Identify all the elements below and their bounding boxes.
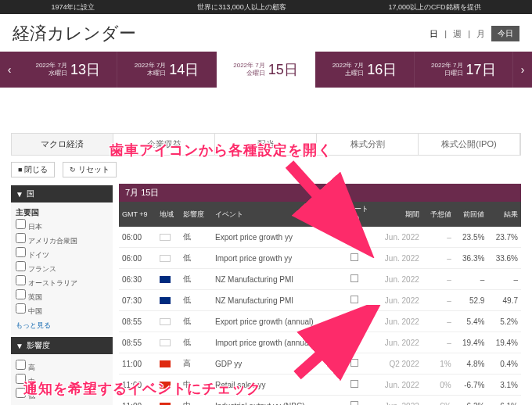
date-cell-0[interactable]: 2022年 7月水曜日13日 <box>19 52 117 88</box>
cell-period: Jun. 2022 <box>375 332 422 353</box>
alert-checkbox[interactable] <box>350 232 358 240</box>
cell-region <box>156 332 180 353</box>
cell-event: NZ Manufacturing PMI <box>212 269 334 290</box>
cell-prev: 19.4% <box>455 332 488 353</box>
country-item[interactable]: 英国 <box>16 289 108 303</box>
cell-alert[interactable] <box>334 353 375 375</box>
date-cell-3[interactable]: 2022年 7月土曜日16日 <box>315 52 414 88</box>
cell-res: – <box>487 269 521 290</box>
cell-alert[interactable] <box>334 290 375 311</box>
date-next[interactable]: › <box>513 52 532 88</box>
cell-alert[interactable] <box>334 269 375 290</box>
cell-prev: 52.9 <box>455 290 488 311</box>
table-row[interactable]: 11:00高GDP yyQ2 20221%4.8%0.4% <box>119 353 521 375</box>
country-item[interactable]: ドイツ <box>16 247 108 260</box>
th-period: 期間 <box>375 202 422 227</box>
annotation-1: 歯車アイコンから各種設定を開く <box>110 141 332 159</box>
th-fcst: 予想値 <box>422 202 455 227</box>
cell-period: Jun. 2022 <box>375 311 422 332</box>
alert-checkbox[interactable] <box>350 338 358 346</box>
flag-icon <box>160 234 171 241</box>
view-week[interactable]: 週 <box>453 28 462 40</box>
cell-res: 5.2% <box>487 311 521 332</box>
table-row[interactable]: 08:55低Import price growth (annual)Jun. 2… <box>119 332 521 353</box>
th-event: イベント <box>212 202 334 227</box>
reset-button[interactable]: ↻リセット <box>63 162 117 177</box>
cell-period: Jun. 2022 <box>375 269 422 290</box>
cell-alert[interactable] <box>334 227 375 248</box>
table-row[interactable]: 06:00低Export price growth yyJun. 2022–23… <box>119 227 521 248</box>
today-button[interactable]: 今日 <box>491 26 519 41</box>
alert-checkbox[interactable] <box>350 359 358 367</box>
cell-res: 19.4% <box>487 332 521 353</box>
cell-time: 08:55 <box>119 311 156 332</box>
tab-macro[interactable]: マクロ経済 <box>12 134 113 155</box>
more-link[interactable]: もっと見る <box>16 321 51 331</box>
cell-period: Jun. 2022 <box>375 290 422 311</box>
table-row[interactable]: 07:30低NZ Manufacturing PMIJun. 2022–52.9… <box>119 290 521 311</box>
cell-prev: 23.5% <box>455 227 488 248</box>
date-prev[interactable]: ‹ <box>0 52 19 88</box>
cell-event: Import price growth (annual) <box>212 332 334 353</box>
side-impact-head[interactable]: ▼影響度 <box>11 337 113 354</box>
flag-icon <box>160 339 171 346</box>
topbar-b: 世界に313,000人以上の顧客 <box>197 2 286 13</box>
alert-checkbox[interactable] <box>350 401 358 405</box>
cell-impact: 低 <box>180 269 212 290</box>
view-month[interactable]: 月 <box>476 28 485 40</box>
cell-fcst: – <box>422 227 455 248</box>
alert-checkbox[interactable] <box>350 296 358 303</box>
cell-fcst: – <box>422 332 455 353</box>
cell-region <box>156 269 180 290</box>
cell-period: Q2 2022 <box>375 353 422 375</box>
cell-alert[interactable] <box>334 396 375 406</box>
country-item[interactable]: 日本 <box>16 219 108 232</box>
table-row[interactable]: 06:00低Import price growth yyJun. 2022–36… <box>119 248 521 269</box>
th-alert: アラート <box>334 202 375 227</box>
cell-event: GDP yy <box>212 353 334 375</box>
cell-alert[interactable] <box>334 332 375 353</box>
tab-ipo[interactable]: 株式公開(IPO) <box>419 134 520 155</box>
alert-checkbox[interactable] <box>350 253 358 261</box>
country-item[interactable]: 中国 <box>16 303 108 317</box>
flag-icon <box>160 276 171 283</box>
gear-icon[interactable] <box>350 214 359 223</box>
date-cell-1[interactable]: 2022年 7月木曜日14日 <box>117 52 216 88</box>
date-cell-2[interactable]: 2022年 7月金曜日15日 <box>217 52 315 88</box>
cell-period: Jun. 2022 <box>375 396 422 406</box>
cell-event: NZ Manufacturing PMI <box>212 290 334 311</box>
alert-checkbox[interactable] <box>350 380 358 388</box>
country-item[interactable]: フランス <box>16 261 108 274</box>
flag-icon <box>160 297 171 304</box>
close-button[interactable]: ■閉じる <box>11 162 55 177</box>
cell-alert[interactable] <box>334 375 375 396</box>
reset-icon: ↻ <box>70 166 76 174</box>
view-day[interactable]: 日 <box>430 28 438 40</box>
th-prev: 前回値 <box>455 202 488 227</box>
main-countries-label: 主要国 <box>16 208 39 217</box>
cell-fcst: 1% <box>422 353 455 375</box>
cell-fcst: – <box>422 311 455 332</box>
cell-fcst: – <box>422 269 455 290</box>
cell-region <box>156 353 180 375</box>
alert-checkbox[interactable] <box>350 274 358 282</box>
cell-res: 33.6% <box>487 248 521 269</box>
country-item[interactable]: オーストラリア <box>16 275 108 289</box>
table-row[interactable]: 08:55低Export price growth (annual)Jun. 2… <box>119 311 521 332</box>
cell-alert[interactable] <box>334 311 375 332</box>
country-item[interactable]: アメリカ合衆国 <box>16 233 108 246</box>
cell-event: Export price growth yy <box>212 227 334 248</box>
cell-time: 07:30 <box>119 290 156 311</box>
side-country-head[interactable]: ▼国 <box>11 185 113 202</box>
cell-impact: 低 <box>180 227 212 248</box>
impact-item[interactable]: 高 <box>16 360 108 373</box>
cell-region <box>156 248 180 269</box>
table-row[interactable]: 06:30低NZ Manufacturing PMIJun. 2022––– <box>119 269 521 290</box>
alert-checkbox[interactable] <box>350 317 358 324</box>
th-impact: 影響度 <box>180 202 212 227</box>
th-region: 地域 <box>156 202 180 227</box>
annotation-2: 通知を希望するイベントにチェック <box>23 379 261 398</box>
cell-impact: 低 <box>180 311 212 332</box>
cell-alert[interactable] <box>334 248 375 269</box>
date-cell-4[interactable]: 2022年 7月日曜日17日 <box>415 52 513 88</box>
